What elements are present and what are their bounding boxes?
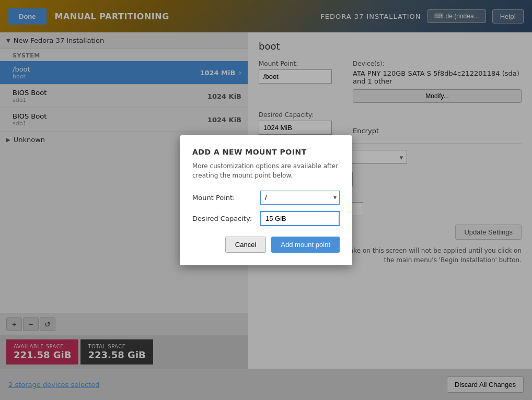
modal-capacity-row: Desired Capacity: — [192, 211, 340, 226]
modal-mount-point-row: Mount Point: ▾ — [192, 191, 340, 205]
cancel-button[interactable]: Cancel — [225, 237, 266, 253]
modal-desired-capacity-input[interactable] — [260, 211, 340, 226]
modal-mount-point-input[interactable] — [260, 191, 340, 205]
modal-buttons: Cancel Add mount point — [192, 237, 340, 253]
modal-mount-point-wrapper: ▾ — [260, 191, 340, 205]
modal-title: ADD A NEW MOUNT POINT — [192, 148, 340, 156]
modal-mount-point-label: Mount Point: — [192, 194, 255, 202]
modal-capacity-wrapper — [260, 211, 340, 226]
modal-dropdown-arrow-icon[interactable]: ▾ — [333, 194, 337, 201]
modal-overlay: ADD A NEW MOUNT POINT More customization… — [0, 0, 532, 400]
modal-desired-capacity-label: Desired Capacity: — [192, 215, 255, 222]
modal-description: More customization options are available… — [192, 161, 340, 180]
add-mount-point-modal: ADD A NEW MOUNT POINT More customization… — [180, 135, 352, 265]
add-mount-point-button[interactable]: Add mount point — [271, 237, 340, 253]
